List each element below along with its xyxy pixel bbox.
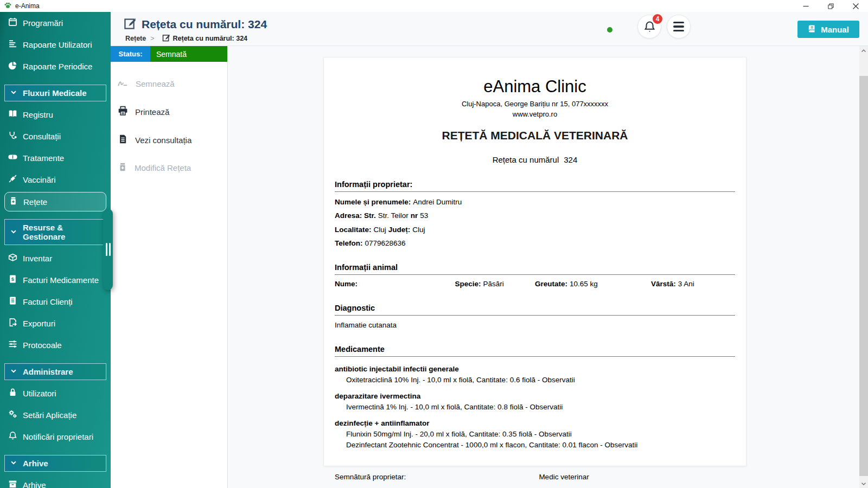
invoice-dollar-icon: $ bbox=[8, 274, 17, 285]
owner-signature-label: Semnătură proprietar: bbox=[335, 473, 539, 481]
sidebar-item-label: Tratamente bbox=[23, 153, 64, 163]
scrollbar-thumb[interactable] bbox=[859, 76, 868, 476]
owner-address-line: Adresa: Str.Str. Teilornr53 bbox=[335, 211, 735, 220]
sidebar-section-label: Resurse & Gestionare bbox=[23, 223, 104, 241]
svg-text:$: $ bbox=[11, 276, 15, 282]
sidebar-item-exporturi[interactable]: Exporturi bbox=[0, 312, 111, 334]
close-button[interactable] bbox=[843, 0, 868, 12]
page-header: Rețeta cu numărul: 324 Rețete > Rețeta c… bbox=[111, 12, 868, 46]
sidebar-item-label: Facturi Clienți bbox=[23, 297, 73, 306]
breadcrumb-parent[interactable]: Rețete bbox=[125, 35, 146, 42]
sliders-icon bbox=[8, 339, 17, 350]
sidebar-section-administrare[interactable]: Administrare bbox=[4, 363, 106, 380]
book-icon bbox=[808, 24, 816, 35]
medicines-heading: Medicamente bbox=[335, 345, 735, 357]
chevron-down-icon bbox=[10, 367, 17, 376]
sidebar-section-label: Administrare bbox=[23, 367, 73, 376]
sidebar-item-consultatii[interactable]: Consultații bbox=[0, 125, 111, 147]
animal-section-heading: Informații animal bbox=[335, 263, 735, 275]
view-consultation-button[interactable]: Vezi consultația bbox=[118, 134, 192, 146]
medicine-line: Oxitetraciclină 10% Inj. - 10,0 ml x fio… bbox=[335, 376, 735, 384]
syringe-icon bbox=[8, 174, 17, 185]
sidebar-item-label: Programări bbox=[23, 18, 63, 28]
vertical-scrollbar[interactable] bbox=[859, 46, 868, 488]
animal-info-row: Nume: Specie:Păsări Greutate:10.65 kg Vâ… bbox=[335, 280, 735, 288]
invoice-icon bbox=[8, 296, 17, 307]
hamburger-menu-button[interactable] bbox=[667, 15, 691, 38]
sidebar-item-arhive[interactable]: Arhive bbox=[0, 474, 111, 488]
sidebar-section-label: Fluxuri Medicale bbox=[23, 88, 87, 98]
sidebar-item-label: Facturi Medicamente bbox=[23, 275, 99, 285]
printer-icon bbox=[118, 106, 128, 118]
prescription-document: eAnima Clinic Cluj-Napoca, George Bariți… bbox=[323, 57, 746, 466]
sidebar-item-label: Rapoarte Utilizatori bbox=[23, 40, 92, 49]
diagnosis-text: Inflamatie cutanata bbox=[335, 321, 735, 329]
sidebar-item-registru[interactable]: Registru bbox=[0, 104, 111, 125]
breadcrumb-current: Rețeta cu numărul: 324 bbox=[173, 35, 248, 42]
owner-city-line: Localitate:ClujJudeț:Cluj bbox=[335, 226, 735, 234]
bell-icon bbox=[8, 431, 17, 442]
sidebar-item-label: Notificări proprietari bbox=[23, 432, 93, 441]
notifications-button[interactable]: 4 bbox=[637, 15, 661, 38]
print-button[interactable]: Printează bbox=[118, 106, 169, 118]
document-area: eAnima Clinic Cluj-Napoca, George Bariți… bbox=[228, 46, 868, 488]
owner-section-heading: Informații proprietar: bbox=[335, 180, 735, 192]
sidebar-item-setari-aplicatie[interactable]: Setări Aplicație bbox=[0, 404, 111, 426]
sidebar-resize-handle[interactable] bbox=[103, 209, 113, 290]
sidebar-item-label: Protocoale bbox=[23, 341, 62, 350]
sidebar-section-fluxuri-medicale[interactable]: Fluxuri Medicale bbox=[4, 85, 106, 101]
sidebar-section-resurse-gestionare[interactable]: Resurse & Gestionare bbox=[4, 219, 106, 245]
sidebar-section-arhive[interactable]: Arhive bbox=[4, 455, 106, 472]
scroll-down-arrow[interactable] bbox=[859, 479, 868, 488]
chevron-down-icon bbox=[10, 228, 17, 237]
sidebar-item-facturi-clienti[interactable]: Facturi Clienți bbox=[0, 291, 111, 312]
sidebar-item-retete[interactable]: Rețete bbox=[4, 192, 106, 211]
hamburger-icon bbox=[673, 22, 684, 32]
sidebar-item-label: Exporturi bbox=[23, 319, 55, 328]
sidebar-item-inventar[interactable]: Inventar bbox=[0, 247, 111, 269]
window-titlebar: e-Anima bbox=[0, 0, 868, 12]
minimize-button[interactable] bbox=[793, 0, 818, 12]
medicine-group: deparazitare ivermectina Ivermectină 1% … bbox=[335, 392, 735, 411]
sidebar-item-notificari-proprietari[interactable]: Notificări proprietari bbox=[0, 426, 111, 447]
prescription-bottle-icon bbox=[9, 196, 18, 207]
edit-prescription-label: Modifică Rețeta bbox=[135, 163, 191, 172]
sidebar-item-label: Registru bbox=[23, 110, 53, 119]
sidebar-item-rapoarte-periodice[interactable]: Rapoarte Periodice bbox=[0, 55, 111, 77]
action-panel: Status: Semnată Semnează bbox=[111, 46, 228, 488]
sidebar-item-protocoale[interactable]: Protocoale bbox=[0, 334, 111, 356]
print-button-label: Printează bbox=[135, 107, 169, 117]
report-lines-icon bbox=[8, 39, 17, 50]
owner-phone-line: Telefon:0779628636 bbox=[335, 239, 735, 247]
prescription-note-icon bbox=[124, 17, 137, 32]
page-title-text: Rețeta cu numărul: 324 bbox=[142, 18, 267, 31]
restore-button[interactable] bbox=[818, 0, 843, 12]
sidebar: Programări Rapoarte Utilizatori Rapoarte… bbox=[0, 12, 111, 488]
scroll-up-arrow[interactable] bbox=[859, 46, 868, 55]
prescription-note-icon bbox=[162, 34, 170, 43]
sidebar-item-programari[interactable]: Programări bbox=[0, 12, 111, 34]
owner-name-line: Numele și prenumele:Andrei Dumitru bbox=[335, 198, 735, 206]
online-status-dot bbox=[607, 27, 612, 33]
edit-prescription-button[interactable]: Modifică Rețeta bbox=[118, 162, 191, 174]
pills-icon bbox=[8, 152, 17, 163]
clinic-website: www.vetpro.ro bbox=[335, 110, 735, 118]
app-title: e-Anima bbox=[15, 2, 40, 10]
sign-button[interactable]: Semnează bbox=[118, 78, 175, 89]
prescription-bottle-icon bbox=[118, 162, 127, 174]
sidebar-item-label: Inventar bbox=[23, 254, 52, 263]
sidebar-item-facturi-medicamente[interactable]: $ Facturi Medicamente bbox=[0, 269, 111, 291]
export-icon bbox=[8, 318, 17, 329]
sidebar-item-utilizatori[interactable]: Utilizatori bbox=[0, 382, 111, 404]
manual-button[interactable]: Manual bbox=[797, 21, 859, 38]
prescription-number: 324 bbox=[564, 155, 577, 164]
sidebar-item-tratamente[interactable]: Tratamente bbox=[0, 147, 111, 169]
archive-box-icon bbox=[8, 479, 17, 488]
status-badge: Semnată bbox=[150, 46, 227, 62]
stethoscope-icon bbox=[8, 131, 17, 142]
sidebar-item-vaccinari[interactable]: Vaccinări bbox=[0, 169, 111, 190]
sidebar-item-rapoarte-utilizatori[interactable]: Rapoarte Utilizatori bbox=[0, 34, 111, 55]
chevron-down-icon bbox=[10, 459, 17, 468]
medicine-line: Ivermectină 1% Inj. - 10,0 ml x fiolă, C… bbox=[335, 403, 735, 411]
open-book-icon bbox=[8, 109, 17, 120]
